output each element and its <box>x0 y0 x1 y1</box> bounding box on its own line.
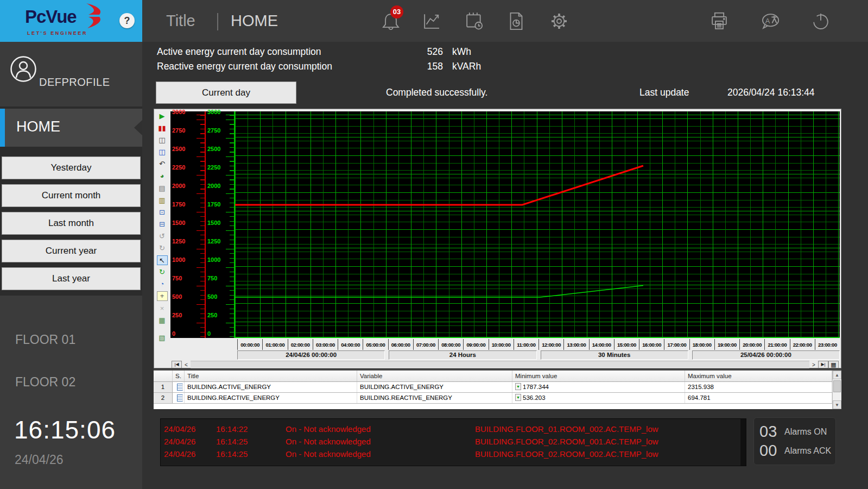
help-button[interactable]: ? <box>119 13 135 28</box>
export-table-icon[interactable]: ▦ <box>157 316 168 325</box>
sidebar-button-last-month[interactable]: Last month <box>2 212 141 235</box>
y-tick-label-500: 500 <box>207 293 217 300</box>
title-divider <box>217 13 218 30</box>
x-tick-04:00:00: 04:00:00 <box>338 339 363 350</box>
y-tick-label-0: 0 <box>172 330 175 337</box>
y-tick-label-1250: 1250 <box>172 238 185 244</box>
world-time-icon[interactable]: ◕ <box>157 171 168 181</box>
col-title[interactable]: Title <box>185 371 357 381</box>
zoom-area-icon[interactable]: ⊡ <box>157 208 168 217</box>
alarm-row-2[interactable]: 24/04/2616:14:25On - Not acknowledgedBUI… <box>164 449 738 462</box>
scroll-forward-arrow[interactable]: > <box>809 362 818 368</box>
alarm-scrollbar[interactable] <box>740 419 746 466</box>
x-tick-19:00:00: 19:00:00 <box>714 339 739 350</box>
y-tick-label-2750: 2750 <box>172 127 185 134</box>
refresh-icon[interactable]: ↻ <box>157 267 168 277</box>
time-segment-3[interactable]: 25/04/26 00:00:00 <box>692 350 840 360</box>
kpi-reactive-energy: Reactive energy current day consumption … <box>157 61 481 72</box>
x-tick-15:00:00: 15:00:00 <box>614 339 639 350</box>
legend-panel-icon[interactable]: ▥ <box>157 196 168 205</box>
col-max[interactable]: Maximum value <box>685 371 832 381</box>
settings-gear-icon[interactable] <box>548 10 571 33</box>
scale-icon[interactable] <box>177 384 183 391</box>
clock-date: 24/04/26 <box>15 453 64 467</box>
sidebar-button-last-year[interactable]: Last year <box>2 267 141 290</box>
trend-plot[interactable] <box>235 111 840 338</box>
y-tick-label-750: 750 <box>172 275 182 281</box>
table-scroll-up[interactable]: ▲ <box>833 371 841 379</box>
cursor-select-icon[interactable]: ↖ <box>157 255 168 265</box>
x-tick-17:00:00: 17:00:00 <box>664 339 689 350</box>
x-tick-13:00:00: 13:00:00 <box>563 339 588 350</box>
x-tick-14:00:00: 14:00:00 <box>589 339 614 350</box>
y-tick-label-1750: 1750 <box>207 201 220 208</box>
time-segment-2[interactable]: 30 Minutes <box>541 350 688 360</box>
scroll-track[interactable] <box>191 361 809 368</box>
zoom-redo-icon[interactable]: ↻ <box>157 243 168 253</box>
grid-view-button[interactable]: ▦ <box>828 361 839 368</box>
crosshair-panel-icon[interactable]: + <box>157 291 168 301</box>
y-tick-label-250: 250 <box>172 312 182 318</box>
power-logout-icon[interactable] <box>809 10 832 33</box>
axis-major-ticks <box>197 111 205 338</box>
x-tick-03:00:00: 03:00:00 <box>313 339 338 350</box>
sidebar-button-current-month[interactable]: Current month <box>2 184 141 207</box>
y-tick-label-3000: 3000 <box>207 109 220 115</box>
current-page-label: HOME <box>231 12 278 30</box>
sidebar-item-floor-02[interactable]: FLOOR 02 <box>15 375 75 390</box>
alarm-counters: 03Alarms ON00Alarms ACK <box>753 417 836 465</box>
scroll-last-button[interactable]: ▶| <box>818 361 828 368</box>
alarm-row-0[interactable]: 24/04/2616:14:22On - Not acknowledgedBUI… <box>164 424 738 437</box>
scroll-first-button[interactable]: |◀ <box>172 361 182 368</box>
time-segment-bar: 24/04/26 00:00:0024 Hours30 Minutes25/04… <box>237 350 840 360</box>
col-min[interactable]: Minimum value <box>512 371 685 381</box>
pause-icon[interactable]: ▮▮ <box>157 123 168 133</box>
scroll-back-arrow[interactable]: < <box>182 362 191 368</box>
table-header-row: S. Title Variable Minimum value Maximum … <box>154 371 832 382</box>
x-tick-02:00:00: 02:00:00 <box>288 339 313 350</box>
user-avatar-icon[interactable] <box>10 55 37 83</box>
alarm-time: 16:14:22 <box>216 424 286 437</box>
x-tick-01:00:00: 01:00:00 <box>262 339 287 350</box>
compress-time-icon[interactable]: ◫ <box>157 135 168 145</box>
trend-scrollbar: |◀ < > ▶| ▦ <box>172 361 839 368</box>
print-icon[interactable]: ▤ <box>157 184 168 193</box>
sidebar-item-floor-01[interactable]: FLOOR 01 <box>15 333 75 347</box>
language-translate-icon[interactable]: A <box>759 10 782 33</box>
sidebar-button-current-year[interactable]: Current year <box>2 240 141 262</box>
time-segment-0[interactable]: 24/04/26 00:00:00 <box>237 350 385 360</box>
y-tick-label-1000: 1000 <box>172 256 185 263</box>
play-icon[interactable]: ▶ <box>157 111 168 121</box>
top-header: Title HOME 03 <box>142 0 868 42</box>
trend-variables-table: S. Title Variable Minimum value Maximum … <box>154 369 841 409</box>
report-icon[interactable] <box>505 10 528 33</box>
x-tick-21:00:00: 21:00:00 <box>764 339 789 350</box>
zoom-undo-icon[interactable]: ↺ <box>157 231 168 241</box>
export-page-icon[interactable]: ▧ <box>157 333 168 343</box>
sidebar-item-home[interactable]: HOME <box>0 109 142 147</box>
undo-icon[interactable]: ↶ <box>157 159 168 169</box>
sidebar-button-yesterday[interactable]: Yesterday <box>2 156 141 179</box>
col-num <box>154 371 173 381</box>
print-icon[interactable] <box>708 10 731 33</box>
row-number: 1 <box>154 382 173 392</box>
expand-time-icon[interactable]: ◫ <box>157 147 168 157</box>
scale-icon[interactable] <box>177 394 183 402</box>
table-scroll-thumb[interactable] <box>833 380 841 392</box>
axis-major-ticks <box>226 111 234 338</box>
y-tick-label-3000: 3000 <box>172 109 185 115</box>
current-day-button[interactable]: Current day <box>156 82 296 104</box>
table-row-1[interactable]: 1BUILDING.ACTIVE_ENERGYBUILDING.ACTIVE_E… <box>154 382 832 393</box>
table-row-2[interactable]: 2BUILDING.REACTIVE_ENERGYBUILDING.REACTI… <box>154 393 832 404</box>
zoom-vertical-icon[interactable]: ⊟ <box>157 220 168 229</box>
table-scroll-down[interactable]: ▼ <box>833 400 841 409</box>
scheduler-calendar-icon[interactable] <box>462 10 485 33</box>
trends-icon[interactable] <box>420 10 443 33</box>
col-variable[interactable]: Variable <box>357 371 512 381</box>
alarm-row-1[interactable]: 24/04/2616:14:25On - Not acknowledgedBUI… <box>164 437 738 449</box>
time-axis: 00:00:0001:00:0002:00:0003:00:0004:00:00… <box>237 339 840 350</box>
time-settings-icon[interactable]: ◔ <box>157 279 168 289</box>
time-segment-1[interactable]: 24 Hours <box>389 350 536 360</box>
disabled-tool-icon[interactable]: × <box>157 304 168 314</box>
variable-cell: BUILDING.REACTIVE_ENERGY <box>357 393 512 403</box>
